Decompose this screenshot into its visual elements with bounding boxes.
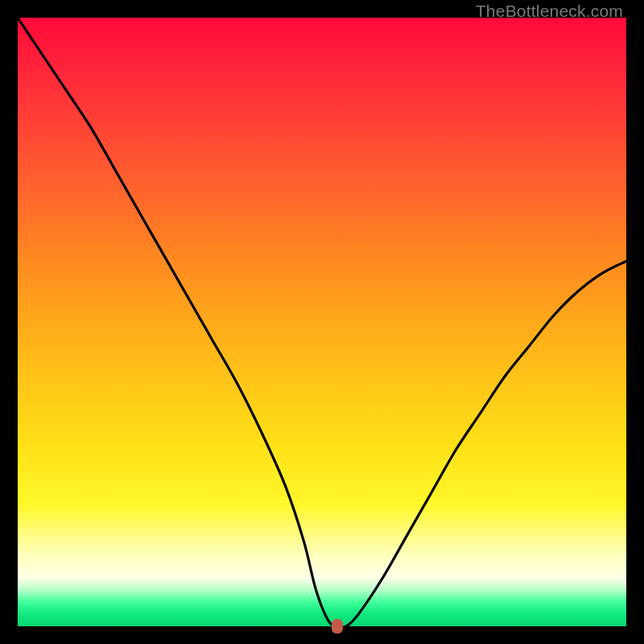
bottleneck-marker [332,619,343,634]
bottleneck-curve [18,18,626,626]
watermark-text: TheBottleneck.com [476,2,623,21]
chart-frame: TheBottleneck.com [0,0,644,644]
plot-area [18,18,626,626]
